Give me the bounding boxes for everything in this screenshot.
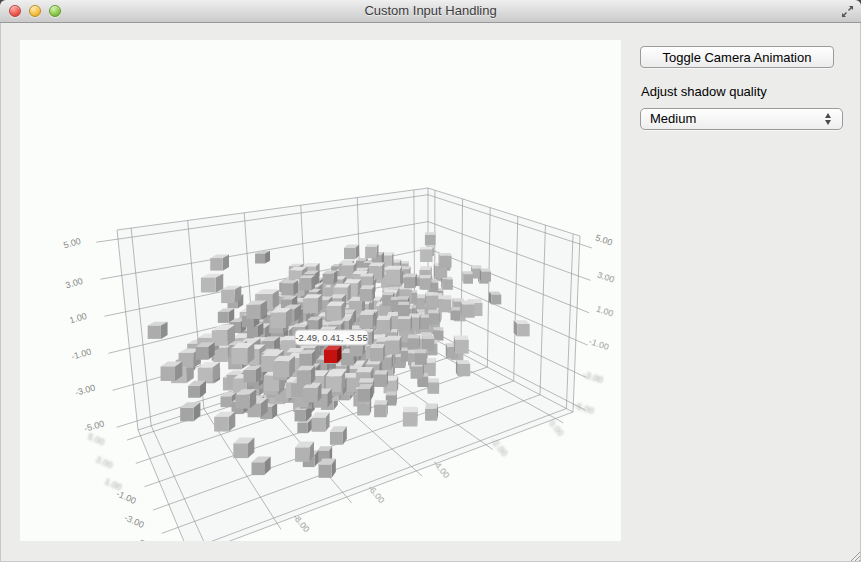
scatter-cube[interactable]: [454, 335, 469, 353]
scatter-3d-view[interactable]: 5.003.001.00-1.00-3.00-5.005.003.001.00-…: [20, 40, 621, 541]
scatter-cube[interactable]: [420, 275, 432, 289]
axis-tick-label: -1.00: [70, 346, 92, 361]
axis-tick-label: 5.00: [86, 431, 106, 447]
axis-tick-label: -8.00: [291, 512, 312, 534]
scatter-cube[interactable]: [365, 244, 378, 258]
scatter-cube[interactable]: [295, 441, 314, 461]
scatter-cube[interactable]: [299, 350, 315, 366]
scatter-cube[interactable]: [246, 301, 267, 319]
selection-tooltip: -2.49, 0.41, -3.55: [295, 330, 368, 345]
selected-scatter-cube[interactable]: [324, 346, 342, 364]
scatter-cube[interactable]: [438, 295, 451, 312]
axis-tick-label: 0.00: [547, 418, 566, 438]
scatter-cube[interactable]: [212, 325, 235, 346]
scatter-cube[interactable]: [439, 253, 452, 268]
scatter-cube[interactable]: [330, 426, 347, 445]
scatter-cube[interactable]: [311, 412, 329, 432]
scatter-cube[interactable]: [456, 360, 470, 376]
scatter-cube[interactable]: [425, 404, 438, 421]
axis-tick-label: -6.00: [366, 483, 387, 505]
axis-tick-label: -3.00: [123, 513, 146, 530]
scatter-cube[interactable]: [281, 280, 298, 295]
axis-tick-label: -3.00: [74, 382, 96, 397]
scatter-cube[interactable]: [273, 356, 295, 377]
scatter-chart-panel[interactable]: 5.003.001.00-1.00-3.00-5.005.003.001.00-…: [20, 40, 621, 541]
scatter-cube[interactable]: [425, 232, 436, 245]
scatter-cube[interactable]: [214, 412, 235, 432]
scatter-cube[interactable]: [255, 251, 270, 264]
scatter-cube[interactable]: [299, 275, 315, 290]
scatter-cube[interactable]: [463, 271, 473, 284]
scatter-cube[interactable]: [427, 378, 439, 394]
shadow-quality-label: Adjust shadow quality: [641, 84, 834, 99]
scatter-cube[interactable]: [433, 327, 443, 340]
scatter-cube[interactable]: [303, 383, 321, 403]
scatter-cube[interactable]: [360, 285, 375, 301]
scatter-cube[interactable]: [403, 407, 418, 427]
toggle-camera-animation-button[interactable]: Toggle Camera Animation: [640, 46, 834, 68]
app-window: Custom Input Handling 5.003.001.00-1.00-…: [0, 0, 861, 562]
scatter-cube[interactable]: [398, 302, 410, 316]
selection-tooltip-label: -2.49, 0.41, -3.55: [295, 332, 367, 343]
scatter-cube[interactable]: [370, 344, 385, 361]
scatter-cube[interactable]: [451, 307, 461, 320]
scatter-cube[interactable]: [386, 336, 402, 355]
scatter-cube[interactable]: [408, 335, 420, 350]
scatter-cube[interactable]: [425, 292, 438, 308]
axis-tick-label: 1.00: [595, 304, 615, 319]
scatter-cube[interactable]: [221, 286, 241, 303]
scatter-cube[interactable]: [297, 366, 315, 385]
scatter-cube[interactable]: [358, 384, 373, 401]
scatter-cube[interactable]: [480, 268, 491, 281]
scatter-cube[interactable]: [235, 389, 256, 408]
scatter-cube[interactable]: [461, 300, 475, 317]
axis-tick-label: 3.00: [596, 270, 616, 285]
window-title: Custom Input Handling: [0, 0, 861, 22]
axis-tick-label: 3.00: [64, 276, 84, 290]
scatter-cube[interactable]: [201, 274, 223, 293]
scatter-cube[interactable]: [303, 294, 322, 313]
scatter-cube[interactable]: [233, 437, 254, 458]
scatter-cube[interactable]: [377, 316, 392, 333]
scatter-cube[interactable]: [374, 400, 388, 417]
scatter-cube[interactable]: [360, 311, 376, 328]
scatter-cube[interactable]: [489, 292, 501, 305]
scatter-cube[interactable]: [441, 277, 453, 290]
axis-tick-label: -2.00: [489, 436, 510, 458]
scatter-cube[interactable]: [415, 349, 427, 365]
scatter-cube[interactable]: [323, 271, 338, 285]
scatter-cube[interactable]: [420, 247, 433, 262]
scatter-cube[interactable]: [344, 244, 359, 259]
scatter-cube[interactable]: [231, 343, 254, 364]
axis-tick-label: 5.00: [594, 233, 614, 248]
axis-tick-label: -5.00: [135, 537, 158, 541]
scatter-cube[interactable]: [148, 322, 168, 339]
title-bar[interactable]: Custom Input Handling: [0, 0, 861, 23]
scatter-cube[interactable]: [210, 254, 229, 270]
stepper-arrows-icon: [824, 112, 832, 126]
axis-tick-label: -5.00: [83, 418, 105, 433]
scatter-cube[interactable]: [374, 370, 388, 387]
axis-tick-label: 3.00: [94, 454, 114, 470]
axis-tick-label: -5.00: [573, 400, 596, 416]
scatter-cube[interactable]: [422, 335, 434, 350]
scatter-cube[interactable]: [327, 301, 345, 320]
scatter-cube[interactable]: [514, 320, 530, 336]
scatter-cube[interactable]: [161, 362, 183, 381]
scatter-cube[interactable]: [271, 308, 292, 328]
controls-panel: Toggle Camera Animation Adjust shadow qu…: [640, 46, 834, 130]
shadow-quality-selected-option: Medium: [650, 111, 696, 126]
axis-tick-label: -1.00: [588, 336, 611, 352]
axis-tick-label: -1.00: [115, 489, 138, 506]
scatter-cube[interactable]: [318, 459, 335, 478]
scatter-cube[interactable]: [243, 366, 261, 382]
scatter-cube[interactable]: [404, 273, 417, 288]
axis-tick-label: 5.00: [62, 236, 82, 250]
scatter-cube[interactable]: [398, 315, 412, 332]
scatter-cube[interactable]: [386, 266, 402, 285]
shadow-quality-select[interactable]: Medium: [640, 108, 843, 130]
scatter-cube[interactable]: [428, 310, 440, 325]
fullscreen-icon[interactable]: [841, 5, 854, 18]
resize-grip[interactable]: [848, 549, 860, 561]
axis-tick-label: -4.00: [431, 458, 452, 480]
